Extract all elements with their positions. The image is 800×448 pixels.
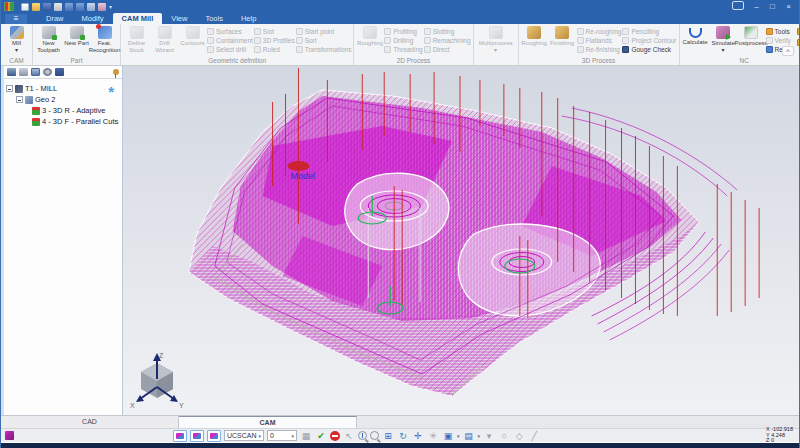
ucs-select[interactable]: UCSCAN ▾: [224, 430, 264, 441]
model-marker[interactable]: [288, 161, 310, 171]
tab-cam[interactable]: CAM: [179, 416, 357, 428]
display-options-icon[interactable]: [7, 68, 16, 76]
pencilling-button[interactable]: Pencilling: [622, 27, 676, 35]
caret-down-icon[interactable]: ▾: [457, 433, 460, 439]
threading-button[interactable]: Threading: [384, 45, 422, 53]
collapse-expander-icon[interactable]: [16, 96, 23, 103]
3d-profiles-button[interactable]: 3D Profiles: [254, 36, 295, 44]
undo-icon[interactable]: [65, 3, 73, 11]
direct-button[interactable]: Direct: [424, 45, 471, 53]
caret-down-icon[interactable]: ▾: [478, 433, 481, 439]
verify-button[interactable]: Verify: [766, 36, 795, 44]
machine-setup-icon[interactable]: [19, 68, 28, 76]
qat-caret-icon[interactable]: ▾: [109, 4, 112, 10]
tab-cad[interactable]: CAD: [1, 416, 179, 428]
close-button[interactable]: ×: [781, 1, 796, 12]
view-mode-button-3[interactable]: [207, 430, 221, 442]
multiprocess-button[interactable]: Multiprocess ▾: [476, 25, 516, 53]
graphics-viewport[interactable]: Model Z X Y: [123, 66, 799, 415]
ribbon-options-icon[interactable]: [732, 1, 744, 10]
more-tools-button[interactable]: ▾: [483, 430, 495, 442]
zoom-in-button[interactable]: [358, 431, 367, 440]
surfaces-button[interactable]: Surfaces: [207, 27, 253, 35]
2d-roughing-button[interactable]: Roughing: [356, 25, 383, 47]
settings-icon[interactable]: [98, 3, 106, 11]
cancel-stop-button[interactable]: [330, 431, 340, 441]
tab-modify[interactable]: Modify: [73, 13, 113, 24]
3d-roughing-button[interactable]: Roughing: [521, 25, 548, 47]
tab-cam-mill[interactable]: CAM Mill: [113, 13, 163, 24]
save-icon[interactable]: [43, 3, 51, 11]
report-document-icon[interactable]: [55, 68, 64, 76]
tree-node-parallel-cuts[interactable]: 4 - 3D F - Parallel Cuts: [6, 116, 120, 127]
minimize-button[interactable]: –: [749, 1, 764, 12]
drilling-button[interactable]: Drilling: [384, 36, 422, 44]
tree-node-geo[interactable]: Geo 2: [6, 94, 120, 105]
calculate-button[interactable]: Calculate: [682, 25, 709, 46]
model-canvas[interactable]: Model: [123, 66, 799, 415]
redo-icon[interactable]: [76, 3, 84, 11]
tab-help[interactable]: Help: [232, 13, 265, 24]
rotate-view-button[interactable]: ↻: [397, 430, 409, 442]
transformations-button[interactable]: Transformations: [296, 45, 352, 53]
new-indicator-icon[interactable]: *: [108, 83, 114, 100]
select-cursor-button[interactable]: ↖: [343, 430, 355, 442]
ruled-button[interactable]: Ruled: [254, 45, 295, 53]
start-point-button[interactable]: Start point: [296, 27, 352, 35]
profiling-button[interactable]: Profiling: [384, 27, 422, 35]
simulate-button[interactable]: Simulate ▾: [710, 25, 737, 53]
mill-button[interactable]: Mill ▾: [3, 25, 30, 53]
tree-root-mill[interactable]: T1 - MILL: [6, 83, 120, 94]
gouge-check-button[interactable]: Gouge Check: [622, 45, 676, 53]
pages-button[interactable]: ▤: [463, 430, 475, 442]
view-mode-button-1[interactable]: [173, 430, 187, 442]
tab-draw[interactable]: Draw: [37, 13, 73, 24]
pan-move-button[interactable]: ✛: [412, 430, 424, 442]
define-stock-button[interactable]: Define Stock: [123, 25, 150, 53]
select-drill-button[interactable]: Select drill: [207, 45, 253, 53]
keyboard-entry-button[interactable]: ▦: [300, 430, 312, 442]
zoom-extents-button[interactable]: ✳: [427, 430, 439, 442]
new-part-button[interactable]: New Part: [63, 25, 90, 47]
open-file-icon[interactable]: [32, 3, 40, 11]
app-logo-icon[interactable]: [4, 2, 14, 11]
drill-wizard-button[interactable]: Drill Wizard: [151, 25, 178, 53]
new-toolpath-button[interactable]: New Toolpath: [35, 25, 62, 53]
ucs-value-spinner[interactable]: 0 ▾: [267, 430, 297, 441]
re-roughing-button[interactable]: Re-roughing: [577, 27, 622, 35]
flatlands-button[interactable]: Flatlands: [577, 36, 622, 44]
ribbon-collapse-button[interactable]: ^: [782, 46, 794, 56]
view-mode-button-2[interactable]: [190, 430, 204, 442]
tree-node-adaptive[interactable]: 3 - 3D R - Adaptive: [6, 105, 120, 116]
tools-button[interactable]: Tools: [766, 27, 795, 35]
re-finishing-button[interactable]: Re-finishing: [577, 45, 622, 53]
options-icon[interactable]: [87, 3, 95, 11]
feat-recognition-button[interactable]: Feat. Recognition: [91, 25, 118, 53]
collapse-expander-icon[interactable]: [6, 85, 13, 92]
measure-icon[interactable]: [31, 68, 40, 76]
slot-button[interactable]: Slot: [254, 27, 295, 35]
ok-button[interactable]: ✔: [315, 430, 327, 442]
zoom-window-button[interactable]: [370, 431, 379, 440]
project-contour-button[interactable]: Project Contour: [622, 36, 676, 44]
sort-button[interactable]: Sort: [296, 36, 352, 44]
plane-tool-button[interactable]: ◇: [513, 430, 525, 442]
new-file-icon[interactable]: [21, 3, 29, 11]
layers-button[interactable]: ▣: [442, 430, 454, 442]
contours-button[interactable]: Contours: [179, 25, 206, 47]
fit-view-button[interactable]: ⊞: [382, 430, 394, 442]
tab-tools[interactable]: Tools: [196, 13, 232, 24]
maximize-button[interactable]: □: [765, 1, 780, 12]
circle-tool-button[interactable]: ○: [498, 430, 510, 442]
3d-finishing-button[interactable]: Finishing: [549, 25, 576, 47]
line-tool-button[interactable]: ╱: [528, 430, 540, 442]
settings-gear-icon[interactable]: [43, 68, 52, 76]
hamburger-menu-icon[interactable]: ≡: [5, 14, 27, 24]
containment-button[interactable]: Containment: [207, 36, 253, 44]
slotting-button[interactable]: Slotting: [424, 27, 471, 35]
tab-view[interactable]: View: [162, 13, 196, 24]
remachining-button[interactable]: Remachining: [424, 36, 471, 44]
pin-panel-icon[interactable]: [113, 69, 119, 75]
print-icon[interactable]: [54, 3, 62, 11]
postprocess-button[interactable]: Postprocess: [738, 25, 765, 47]
